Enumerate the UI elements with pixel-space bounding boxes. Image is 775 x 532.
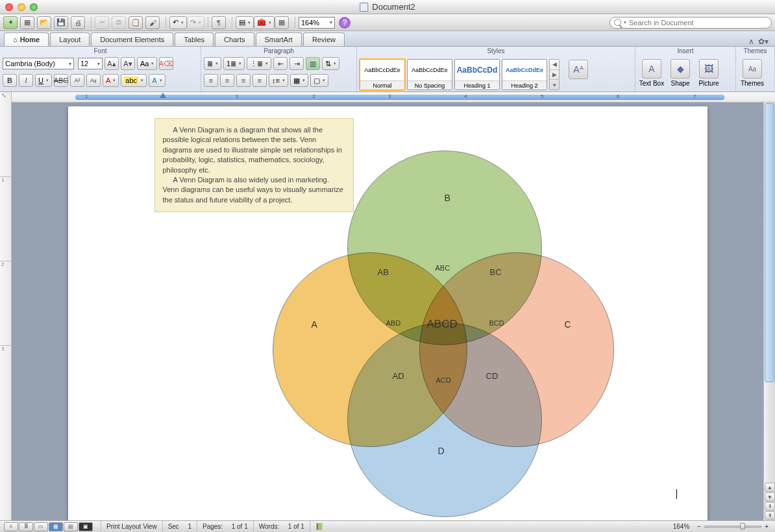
insert-textbox-button[interactable]: AText Box <box>638 57 665 91</box>
style-normal[interactable]: AaBbCcDdEeNormal <box>360 59 405 90</box>
format-painter-button[interactable]: 🖌 <box>145 16 160 29</box>
toolbox-button[interactable]: 🧰 <box>254 16 275 29</box>
ribbon-settings-icon[interactable]: ✿▾ <box>758 37 769 46</box>
view-draft-button[interactable]: ≡ <box>4 522 18 531</box>
borders-button[interactable]: ▢ <box>310 74 328 87</box>
increase-indent-button[interactable]: ⇥ <box>289 57 304 70</box>
first-line-indent-marker[interactable] <box>160 93 166 98</box>
document-page[interactable]: A Venn Diagram is a diagram that shows a… <box>68 106 707 520</box>
superscript-button[interactable]: A² <box>70 74 84 87</box>
align-center-button[interactable]: ≡ <box>220 74 234 87</box>
view-print-layout-button[interactable]: ▦ <box>49 522 63 531</box>
status-words[interactable]: Words: 1 of 1 <box>253 521 310 532</box>
scroll-down-icon[interactable]: ▼ <box>765 492 775 502</box>
status-spellcheck[interactable]: 📗 <box>310 521 328 532</box>
prev-page-icon[interactable]: ⇞ <box>765 502 775 511</box>
styles-pane-button[interactable]: Aᴬ <box>565 58 592 91</box>
new-doc-button[interactable]: ✦ <box>3 16 18 29</box>
style-heading-1[interactable]: AaBbCcDdHeading 1 <box>454 59 500 90</box>
grow-font-button[interactable]: A▴ <box>105 57 119 70</box>
search-box[interactable]: ▾ <box>609 17 772 29</box>
insert-shape-button[interactable]: ◆Shape <box>667 57 694 91</box>
venn-diagram[interactable]: B A C D AB BC AD CD ABC ABD ACD BCD ABCD <box>273 151 617 517</box>
help-button[interactable]: ? <box>339 17 351 29</box>
decrease-indent-button[interactable]: ⇤ <box>273 57 288 70</box>
style-no-spacing[interactable]: AaBbCcDdEeNo Spacing <box>407 59 452 90</box>
multilevel-button[interactable]: ⋮≣ <box>247 57 271 70</box>
tab-document-elements[interactable]: Document Elements <box>91 32 173 46</box>
next-page-icon[interactable]: ⇟ <box>765 511 775 520</box>
clear-formatting-button[interactable]: A⌫ <box>159 57 173 70</box>
numbering-button[interactable]: 1≣ <box>223 57 245 70</box>
font-name-combo[interactable]: Cambria (Body) <box>3 58 74 69</box>
styles-scroll[interactable]: ◀▶▾ <box>549 59 560 90</box>
document-area: ⤡ 1 2 3 1 1 2 3 4 5 6 7 A Venn Diagram i… <box>0 92 775 520</box>
tab-smartart[interactable]: SmartArt <box>256 32 302 46</box>
horizontal-ruler[interactable]: 1 1 2 3 4 5 6 7 <box>12 92 775 103</box>
copy-button[interactable]: ⧉ <box>112 16 126 29</box>
status-pages[interactable]: Pages: 1 of 1 <box>197 521 253 532</box>
save-button[interactable]: 💾 <box>54 16 68 29</box>
font-color-button[interactable]: A <box>103 74 119 87</box>
insert-picture-button[interactable]: 🖼Picture <box>695 57 722 91</box>
subscript-button[interactable]: A₂ <box>86 74 101 87</box>
shading-button[interactable]: ▦ <box>290 74 308 87</box>
themes-button[interactable]: AaThemes <box>739 57 766 91</box>
shrink-font-button[interactable]: A▾ <box>121 57 135 70</box>
sidebar-toggle-button[interactable]: ▤ <box>236 16 254 29</box>
font-size-combo[interactable]: 12 <box>78 58 103 69</box>
bullets-button[interactable]: ≣ <box>204 57 221 70</box>
undo-button[interactable]: ↶ <box>169 16 187 29</box>
tab-tables[interactable]: Tables <box>175 32 214 46</box>
status-view[interactable]: Print Layout View <box>101 521 162 532</box>
align-right-button[interactable]: ≡ <box>236 74 251 87</box>
open-button[interactable]: 📂 <box>37 16 51 29</box>
cut-button[interactable]: ✂ <box>95 16 109 29</box>
strike-button[interactable]: ABC <box>54 74 68 87</box>
ribbon-collapse-icon[interactable]: ∧ <box>748 37 754 46</box>
page-scroll-area[interactable]: A Venn Diagram is a diagram that shows a… <box>12 103 763 520</box>
vertical-scrollbar[interactable]: ▲ ▼ ⇞ ⇟ <box>763 103 775 520</box>
zoom-combo[interactable]: 164% <box>299 17 335 29</box>
justify-button[interactable]: ≡ <box>252 74 267 87</box>
align-left-button[interactable]: ≡ <box>204 74 218 87</box>
highlight-button[interactable]: abc <box>121 74 147 87</box>
status-sec[interactable]: Sec 1 <box>162 521 197 532</box>
change-case-button[interactable]: Aa <box>137 57 157 70</box>
redo-button[interactable]: ↷ <box>187 16 204 29</box>
zoom-window-button[interactable] <box>30 3 38 11</box>
template-button[interactable]: ▦ <box>20 16 34 29</box>
scroll-thumb[interactable] <box>765 103 774 382</box>
zoom-in-button[interactable]: + <box>762 523 771 530</box>
sort-button[interactable]: ⇅ <box>322 57 339 70</box>
line-spacing-button[interactable]: ↕≡ <box>269 74 288 87</box>
close-window-button[interactable] <box>5 3 13 11</box>
view-outline-button[interactable]: ≣ <box>19 522 33 531</box>
style-heading-2[interactable]: AaBbCcDdEeHeading 2 <box>502 59 547 90</box>
view-notebook-button[interactable]: ▤ <box>64 522 78 531</box>
status-zoom[interactable]: 164% <box>668 521 695 532</box>
text-effects-button[interactable]: A <box>149 74 166 87</box>
tab-home[interactable]: Home <box>4 32 49 46</box>
venn-circle-d[interactable] <box>347 322 542 517</box>
show-marks-button[interactable]: ¶ <box>212 16 226 29</box>
venn-label-ab: AB <box>378 267 389 277</box>
view-publishing-button[interactable]: ▭ <box>34 522 48 531</box>
scroll-up-icon[interactable]: ▲ <box>765 483 775 492</box>
italic-button[interactable]: I <box>19 74 33 87</box>
bold-button[interactable]: B <box>3 74 17 87</box>
underline-button[interactable]: U <box>35 74 52 87</box>
gallery-button[interactable]: ▦ <box>275 16 289 29</box>
tab-review[interactable]: Review <box>303 32 345 46</box>
tab-charts[interactable]: Charts <box>215 32 254 46</box>
view-fullscreen-button[interactable]: ▣ <box>79 522 93 531</box>
vertical-ruler[interactable]: ⤡ 1 2 3 <box>0 92 12 520</box>
minimize-window-button[interactable] <box>18 3 25 11</box>
tab-layout[interactable]: Layout <box>50 32 90 46</box>
columns-button[interactable]: ▥ <box>306 57 320 70</box>
search-input[interactable] <box>629 19 767 27</box>
print-button[interactable]: 🖨 <box>71 16 85 29</box>
zoom-out-button[interactable]: − <box>695 523 704 530</box>
paste-button[interactable]: 📋 <box>129 16 143 29</box>
zoom-slider[interactable] <box>704 526 762 528</box>
